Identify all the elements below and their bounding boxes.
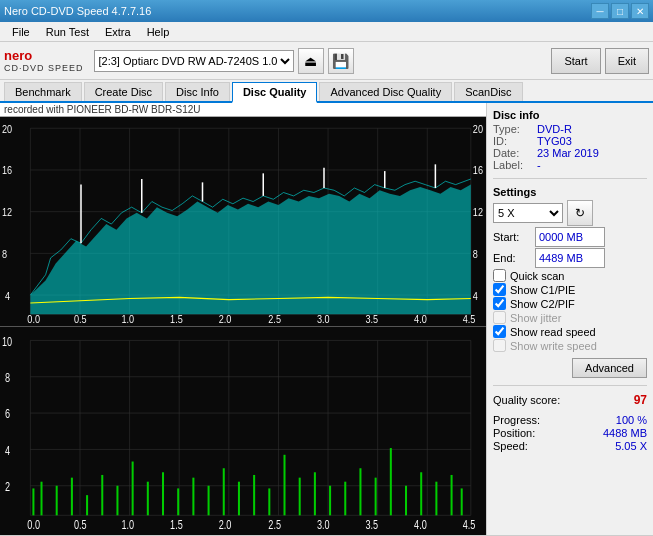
- position-label: Position:: [493, 427, 535, 439]
- show-jitter-row: Show jitter: [493, 311, 647, 324]
- svg-text:4: 4: [473, 290, 479, 302]
- svg-rect-73: [192, 477, 194, 515]
- tab-disc-info[interactable]: Disc Info: [165, 82, 230, 101]
- svg-text:4.5: 4.5: [463, 314, 476, 326]
- titlebar-controls: ─ □ ✕: [591, 3, 649, 19]
- svg-text:8: 8: [5, 370, 10, 384]
- disc-info-title: Disc info: [493, 109, 647, 121]
- quality-score-label: Quality score:: [493, 394, 560, 406]
- disc-label-row: Label: -: [493, 159, 647, 171]
- svg-text:12: 12: [473, 207, 483, 219]
- svg-text:8: 8: [473, 248, 478, 260]
- svg-text:2.5: 2.5: [268, 517, 281, 531]
- quick-scan-row: Quick scan: [493, 269, 647, 282]
- quick-scan-label: Quick scan: [510, 270, 564, 282]
- menu-extra[interactable]: Extra: [97, 24, 139, 40]
- start-button[interactable]: Start: [551, 48, 600, 74]
- titlebar-title: Nero CD-DVD Speed 4.7.7.16: [4, 5, 151, 17]
- svg-rect-68: [116, 485, 118, 515]
- settings-title: Settings: [493, 186, 647, 198]
- svg-text:1.0: 1.0: [121, 517, 134, 531]
- svg-text:0.5: 0.5: [74, 517, 87, 531]
- show-c2pif-label: Show C2/PIF: [510, 298, 575, 310]
- tab-benchmark[interactable]: Benchmark: [4, 82, 82, 101]
- disc-id-value: TYG03: [537, 135, 572, 147]
- progress-row: Progress: 100 %: [493, 414, 647, 426]
- menu-help[interactable]: Help: [139, 24, 178, 40]
- refresh-icon[interactable]: ↻: [567, 200, 593, 226]
- svg-rect-64: [56, 485, 58, 515]
- svg-text:2: 2: [5, 479, 10, 493]
- minimize-button[interactable]: ─: [591, 3, 609, 19]
- chart-top: 20 16 12 8 4 20 16 12 8 4 0.0 0.5 1.0 1.…: [0, 117, 486, 327]
- svg-text:1.5: 1.5: [170, 517, 183, 531]
- svg-text:3.0: 3.0: [317, 517, 330, 531]
- svg-rect-71: [162, 472, 164, 515]
- save-icon[interactable]: 💾: [328, 48, 354, 74]
- start-row: Start: 0000 MB: [493, 227, 647, 247]
- svg-text:20: 20: [473, 123, 483, 135]
- progress-label: Progress:: [493, 414, 540, 426]
- position-value: 4488 MB: [603, 427, 647, 439]
- disc-id-label: ID:: [493, 135, 533, 147]
- start-field[interactable]: 0000 MB: [535, 227, 605, 247]
- svg-rect-89: [435, 481, 437, 515]
- disc-type-label: Type:: [493, 123, 533, 135]
- disc-date-label: Date:: [493, 147, 533, 159]
- svg-rect-69: [132, 461, 134, 515]
- svg-rect-86: [390, 448, 392, 515]
- advanced-button[interactable]: Advanced: [572, 358, 647, 378]
- show-c1pie-checkbox[interactable]: [493, 283, 506, 296]
- svg-rect-85: [375, 477, 377, 515]
- svg-text:4.5: 4.5: [463, 517, 476, 531]
- speed-label: Speed:: [493, 440, 528, 452]
- menu-runtest[interactable]: Run Test: [38, 24, 97, 40]
- show-write-speed-checkbox[interactable]: [493, 339, 506, 352]
- exit-button[interactable]: Exit: [605, 48, 649, 74]
- svg-text:3.5: 3.5: [366, 314, 379, 326]
- svg-text:2.0: 2.0: [219, 517, 232, 531]
- svg-text:2.5: 2.5: [268, 314, 281, 326]
- show-c2pif-checkbox[interactable]: [493, 297, 506, 310]
- svg-rect-83: [344, 481, 346, 515]
- svg-text:12: 12: [2, 207, 12, 219]
- svg-rect-80: [299, 477, 301, 515]
- quick-scan-checkbox[interactable]: [493, 269, 506, 282]
- quality-score-row: Quality score: 97: [493, 393, 647, 407]
- drive-select[interactable]: [2:3] Optiarc DVD RW AD-7240S 1.04: [94, 50, 294, 72]
- svg-text:3.5: 3.5: [366, 517, 379, 531]
- menu-file[interactable]: File: [4, 24, 38, 40]
- svg-text:4: 4: [5, 443, 10, 457]
- end-field[interactable]: 4489 MB: [535, 248, 605, 268]
- svg-rect-76: [238, 481, 240, 515]
- show-read-speed-checkbox[interactable]: [493, 325, 506, 338]
- svg-rect-67: [101, 474, 103, 514]
- svg-text:1.5: 1.5: [170, 314, 183, 326]
- svg-rect-82: [329, 485, 331, 515]
- show-write-speed-row: Show write speed: [493, 339, 647, 352]
- eject-icon[interactable]: ⏏: [298, 48, 324, 74]
- svg-text:4: 4: [5, 290, 11, 302]
- tab-scandisc[interactable]: ScanDisc: [454, 82, 522, 101]
- main-area: recorded with PIONEER BD-RW BDR-S12U: [0, 103, 653, 535]
- speed-select[interactable]: 5 X 1 X 2 X 4 X 8 X Max: [493, 203, 563, 223]
- svg-rect-87: [405, 485, 407, 515]
- show-jitter-checkbox[interactable]: [493, 311, 506, 324]
- svg-text:8: 8: [2, 248, 7, 260]
- svg-text:4.0: 4.0: [414, 314, 427, 326]
- maximize-button[interactable]: □: [611, 3, 629, 19]
- progress-section: Progress: 100 % Position: 4488 MB Speed:…: [493, 413, 647, 453]
- svg-rect-66: [86, 495, 88, 515]
- chart-bottom-svg: 10 8 6 4 2 0.0 0.5 1.0 1.5 2.0 2.5 3.0 3…: [0, 327, 486, 536]
- disc-type-row: Type: DVD-R: [493, 123, 647, 135]
- svg-text:10: 10: [2, 334, 12, 348]
- tab-create-disc[interactable]: Create Disc: [84, 82, 163, 101]
- tabs: Benchmark Create Disc Disc Info Disc Qua…: [0, 80, 653, 103]
- tab-disc-quality[interactable]: Disc Quality: [232, 82, 318, 103]
- svg-text:6: 6: [5, 407, 10, 421]
- disc-type-value: DVD-R: [537, 123, 572, 135]
- chart-bottom: 10 8 6 4 2 0.0 0.5 1.0 1.5 2.0 2.5 3.0 3…: [0, 327, 486, 536]
- close-button[interactable]: ✕: [631, 3, 649, 19]
- chart-top-svg: 20 16 12 8 4 20 16 12 8 4 0.0 0.5 1.0 1.…: [0, 117, 486, 326]
- tab-advanced-disc-quality[interactable]: Advanced Disc Quality: [319, 82, 452, 101]
